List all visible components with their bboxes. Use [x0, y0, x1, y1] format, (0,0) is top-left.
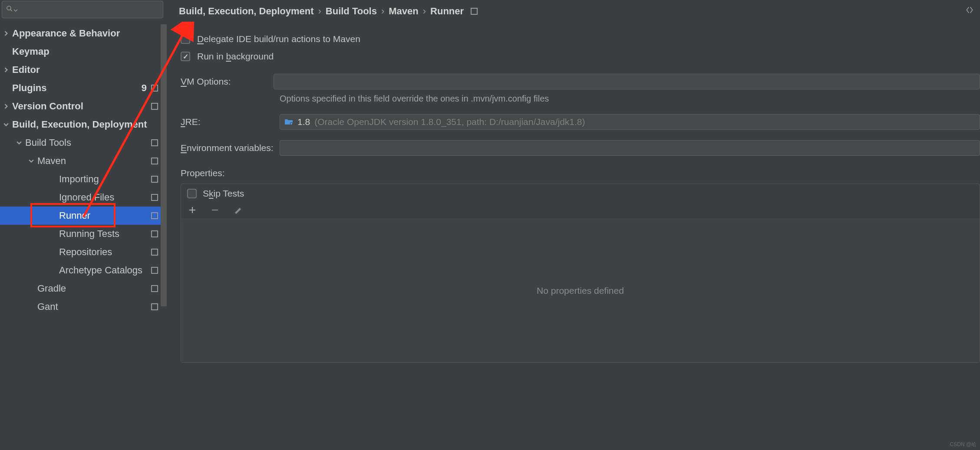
- tree-item-label: Runner: [59, 210, 151, 221]
- tree-item-archetype-catalogs[interactable]: Archetype Catalogs: [0, 261, 167, 279]
- tree-item-runner[interactable]: Runner: [0, 207, 167, 225]
- settings-sidebar: Appearance & BehaviorKeymapEditorPlugins…: [0, 0, 167, 450]
- edit-property-button[interactable]: [232, 205, 243, 215]
- tree-item-editor[interactable]: Editor: [0, 61, 167, 79]
- skip-tests-checkbox[interactable]: [187, 189, 197, 198]
- tree-item-maven[interactable]: Maven: [0, 152, 167, 170]
- breadcrumb-sep: ›: [318, 6, 321, 17]
- jre-value: 1.8: [297, 117, 310, 127]
- tree-item-label: Appearance & Behavior: [12, 28, 158, 39]
- tree-item-repositories[interactable]: Repositories: [0, 243, 167, 261]
- run-in-background-checkbox[interactable]: [181, 52, 190, 61]
- scope-indicator-icon: [151, 194, 158, 201]
- svg-line-1: [10, 9, 12, 11]
- scope-indicator-icon: [151, 139, 158, 146]
- watermark: CSDN @哈: [950, 441, 977, 448]
- vm-options-input[interactable]: [274, 74, 980, 89]
- settings-tree: Appearance & BehaviorKeymapEditorPlugins…: [0, 24, 167, 450]
- tree-item-appearance-behavior[interactable]: Appearance & Behavior: [0, 24, 167, 43]
- tree-item-label: Keymap: [12, 46, 158, 57]
- tree-item-count: 9: [142, 82, 147, 94]
- tree-item-version-control[interactable]: Version Control: [0, 97, 167, 115]
- scope-indicator-icon: [151, 230, 158, 237]
- tree-item-ignored-files[interactable]: Ignored Files: [0, 188, 167, 207]
- tree-item-keymap[interactable]: Keymap: [0, 43, 167, 61]
- scope-indicator-icon: [151, 212, 158, 219]
- scope-indicator-icon: [151, 158, 158, 164]
- search-history-chevron-icon[interactable]: [14, 5, 18, 15]
- chevron-right-icon: [2, 67, 10, 72]
- tree-item-label: Ignored Files: [59, 192, 151, 203]
- settings-main: Build, Execution, Deployment › Build Too…: [167, 0, 980, 450]
- tree-item-label: Archetype Catalogs: [59, 265, 151, 276]
- chevron-down-icon: [15, 140, 23, 145]
- run-in-background-label: Run in background: [197, 51, 274, 62]
- scope-indicator-icon: [151, 267, 158, 274]
- env-vars-label: Environment variables:: [181, 143, 280, 153]
- breadcrumb-sep: ›: [423, 6, 426, 17]
- scope-indicator-icon: [151, 285, 158, 292]
- delegate-ide-label: Delegate IDE build/run actions to Maven: [197, 34, 360, 44]
- tree-item-label: Running Tests: [59, 228, 151, 240]
- svg-point-3: [290, 123, 293, 125]
- add-property-button[interactable]: [187, 205, 198, 215]
- chevron-right-icon: [2, 31, 10, 36]
- settings-search-input[interactable]: [2, 1, 163, 18]
- tree-item-label: Repositories: [59, 246, 151, 258]
- properties-label: Properties:: [181, 168, 980, 178]
- scope-indicator-icon: [151, 303, 158, 310]
- tree-item-build-execution-deployment[interactable]: Build, Execution, Deployment: [0, 115, 167, 134]
- search-icon: [6, 5, 13, 15]
- scope-indicator-icon: [151, 103, 158, 110]
- tree-item-importing[interactable]: Importing: [0, 170, 167, 188]
- breadcrumb-item[interactable]: Maven: [389, 6, 418, 17]
- tree-item-label: Gradle: [37, 283, 151, 294]
- chevron-right-icon: [2, 104, 10, 109]
- env-vars-input[interactable]: [280, 140, 980, 156]
- tree-item-label: Gant: [37, 301, 151, 312]
- collapse-icon[interactable]: [965, 6, 974, 17]
- sidebar-scrollbar[interactable]: [161, 24, 167, 306]
- tree-item-gradle[interactable]: Gradle: [0, 279, 167, 298]
- tree-item-label: Plugins: [12, 82, 142, 94]
- breadcrumb: Build, Execution, Deployment › Build Too…: [167, 0, 980, 23]
- tree-item-label: Build Tools: [25, 137, 151, 148]
- breadcrumb-item[interactable]: Build, Execution, Deployment: [179, 6, 313, 17]
- scope-indicator-icon: [151, 176, 158, 183]
- tree-item-label: Importing: [59, 174, 151, 185]
- breadcrumb-item: Runner: [430, 6, 464, 17]
- tree-item-plugins[interactable]: Plugins9: [0, 79, 167, 97]
- delegate-ide-checkbox[interactable]: [181, 34, 190, 44]
- tree-item-label: Maven: [37, 155, 151, 167]
- vm-options-label: VM Options:: [181, 76, 274, 87]
- tree-item-gant[interactable]: Gant: [0, 298, 167, 316]
- tree-item-label: Version Control: [12, 101, 151, 112]
- tree-item-running-tests[interactable]: Running Tests: [0, 225, 167, 243]
- chevron-down-icon: [2, 122, 10, 127]
- jre-detail: (Oracle OpenJDK version 1.8.0_351, path:…: [314, 117, 585, 127]
- folder-icon: [284, 117, 293, 127]
- tree-item-label: Editor: [12, 64, 158, 76]
- properties-panel: Skip Tests No properties defined: [181, 184, 980, 363]
- skip-tests-label: Skip Tests: [203, 188, 244, 199]
- jre-select[interactable]: 1.8 (Oracle OpenJDK version 1.8.0_351, p…: [280, 114, 980, 130]
- scope-indicator-icon: [151, 249, 158, 256]
- properties-empty-text: No properties defined: [181, 219, 980, 362]
- remove-property-button[interactable]: [210, 205, 220, 215]
- scope-indicator-icon: [471, 8, 478, 15]
- jre-label: JRE:: [181, 117, 280, 127]
- svg-point-0: [7, 6, 11, 10]
- breadcrumb-item[interactable]: Build Tools: [326, 6, 377, 17]
- tree-item-build-tools[interactable]: Build Tools: [0, 134, 167, 152]
- scope-indicator-icon: [151, 85, 158, 92]
- chevron-down-icon: [27, 158, 36, 164]
- tree-item-label: Build, Execution, Deployment: [12, 119, 158, 130]
- vm-options-hint: Options specified in this field override…: [280, 94, 980, 104]
- breadcrumb-sep: ›: [381, 6, 384, 17]
